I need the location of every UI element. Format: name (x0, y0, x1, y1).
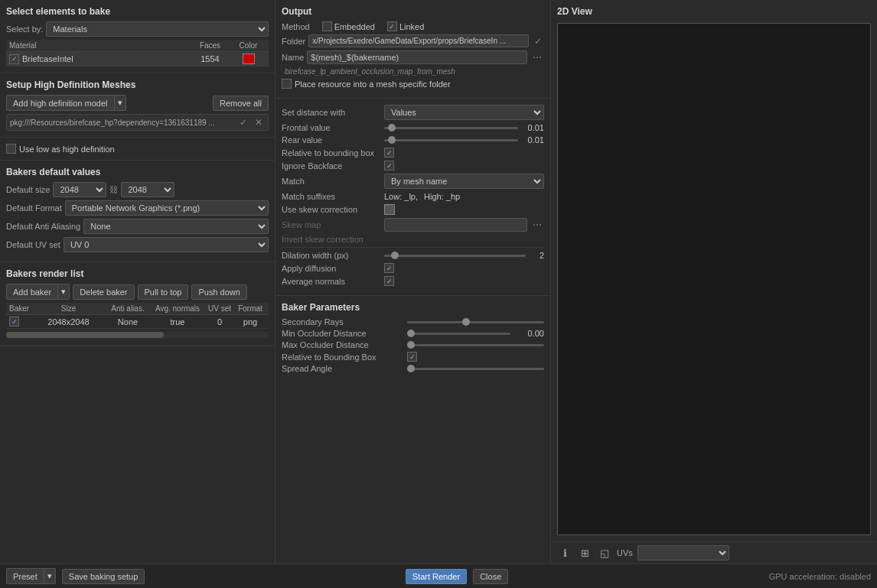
secondary-rays-row: Secondary Rays (282, 317, 544, 326)
material-name-cell: BriefcaseIntel (9, 54, 189, 64)
set-distance-row: Set distance with Values Cage (282, 105, 544, 120)
spread-angle-thumb[interactable] (407, 365, 415, 372)
default-uvset-select[interactable]: UV 0 (64, 237, 269, 252)
add-baker-button[interactable]: Add baker (6, 284, 58, 300)
set-distance-select[interactable]: Values Cage (384, 105, 544, 120)
spread-angle-track[interactable] (407, 368, 544, 370)
dilation-slider-thumb[interactable] (391, 252, 399, 259)
max-occluder-track[interactable] (407, 344, 544, 346)
col-color-header: Color (231, 41, 266, 50)
folder-browse-icon[interactable]: ✓ (532, 35, 544, 47)
folder-label: Folder (282, 37, 305, 46)
remove-all-button[interactable]: Remove all (213, 96, 269, 111)
bakers-render-title: Bakers render list (6, 268, 269, 279)
render-list-row[interactable]: 2048x2048 None true 0 png (6, 315, 269, 329)
save-baking-button[interactable]: Save baking setup (62, 569, 145, 584)
max-occluder-thumb[interactable] (407, 341, 415, 349)
default-format-select[interactable]: Portable Network Graphics (*.png) (65, 200, 269, 216)
apply-diffusion-checkbox[interactable] (384, 263, 394, 273)
default-size-select2[interactable]: 2048 (121, 182, 174, 197)
delete-baker-button[interactable]: Delete baker (73, 284, 134, 300)
render-list-scrollbar[interactable] (6, 332, 269, 338)
pull-to-top-button[interactable]: Pull to top (138, 284, 189, 300)
skew-map-browse[interactable]: ⋯ (530, 219, 544, 231)
default-size-select1[interactable]: 2048 (53, 182, 106, 197)
material-table-row[interactable]: BriefcaseIntel 1554 (6, 52, 269, 67)
bakers-render-buttons: Add baker ▾ Delete baker Pull to top Pus… (6, 284, 269, 300)
add-hd-btn-split: Add high definition model ▾ (6, 95, 126, 111)
rear-slider-wrap (384, 139, 518, 141)
hd-mesh-check-icon[interactable]: ✓ (237, 116, 249, 128)
add-hd-button[interactable]: Add high definition model (6, 95, 115, 111)
frame-icon[interactable]: ◱ (597, 545, 612, 560)
frontal-slider-thumb[interactable] (388, 124, 396, 132)
preset-button[interactable]: Preset (6, 568, 44, 584)
frontal-value-row: Frontal value 0.01 (282, 123, 544, 132)
place-resource-label: Place resource into a mesh specific fold… (295, 80, 451, 89)
set-distance-label: Set distance with (282, 108, 381, 117)
rear-value: 0.01 (521, 135, 544, 145)
min-occluder-label: Min Occluder Distance (282, 329, 404, 338)
rel-bb-checkbox[interactable] (384, 148, 394, 158)
skew-map-input[interactable] (384, 218, 527, 232)
add-hd-dropdown-arrow[interactable]: ▾ (115, 95, 126, 111)
linked-checkbox[interactable] (387, 21, 397, 31)
name-options-icon[interactable]: ⋯ (530, 51, 544, 63)
name-input[interactable] (307, 50, 527, 64)
setup-hd-title: Setup High Definition Meshes (6, 80, 269, 90)
use-skew-label: Use skew correction (282, 205, 381, 214)
add-baker-split: Add baker ▾ (6, 284, 70, 300)
select-by-label: Select by: (6, 24, 43, 34)
method-row: Method Embedded Linked (282, 21, 544, 31)
material-checkbox[interactable] (9, 54, 19, 64)
min-occluder-thumb[interactable] (407, 330, 415, 337)
middle-panel: Output Method Embedded Linked Folder x/P… (275, 0, 551, 564)
ignore-backface-checkbox[interactable] (384, 161, 394, 171)
uvs-select[interactable] (637, 545, 729, 560)
rear-slider-thumb[interactable] (388, 136, 396, 144)
default-uvset-label: Default UV set (6, 240, 60, 249)
start-render-button[interactable]: Start Render (406, 569, 467, 584)
bakers-default-section: Bakers default values Default size 2048 … (0, 161, 275, 262)
view-toolbar: ℹ ⊞ ◱ UVs (551, 541, 877, 564)
default-antialias-select[interactable]: None (83, 219, 269, 234)
use-low-checkbox[interactable] (6, 144, 16, 154)
spread-angle-slider (407, 368, 544, 370)
dilation-slider-track[interactable] (384, 255, 526, 257)
bp-rel-bb-checkbox[interactable] (407, 352, 417, 362)
info-icon[interactable]: ℹ (557, 545, 572, 560)
color-swatch[interactable] (243, 54, 255, 64)
frontal-slider-wrap (384, 127, 518, 129)
grid-icon[interactable]: ⊞ (577, 545, 592, 560)
frontal-slider-track[interactable] (384, 127, 518, 129)
baker-checkbox[interactable] (9, 317, 19, 326)
embedded-label: Embedded (334, 22, 375, 31)
min-occluder-track[interactable] (407, 333, 510, 335)
baker-check-cell (9, 317, 32, 326)
select-by-row: Select by: Materials (6, 21, 269, 37)
use-low-label: Use low as high definition (19, 145, 115, 154)
select-by-dropdown[interactable]: Materials (46, 21, 269, 37)
dilation-value: 2 (529, 251, 544, 260)
secondary-rays-track[interactable] (407, 321, 544, 323)
close-button[interactable]: Close (473, 569, 508, 584)
preset-dropdown-arrow[interactable]: ▾ (44, 568, 56, 584)
push-down-button[interactable]: Push down (191, 284, 246, 300)
secondary-rays-thumb[interactable] (462, 318, 470, 326)
folder-path: x/Projects/Exedre/GameData/Export/props/… (308, 34, 529, 47)
ignore-backface-label: Ignore Backface (282, 161, 381, 171)
apply-diffusion-row: Apply diffusion (282, 263, 544, 273)
col-antialias-header: Anti alias. (105, 304, 151, 313)
average-normals-checkbox[interactable] (384, 276, 394, 286)
hd-mesh-close-icon[interactable]: ✕ (253, 116, 265, 128)
embedded-checkbox[interactable] (322, 21, 332, 31)
frontal-value-label: Frontal value (282, 123, 381, 132)
match-select[interactable]: By mesh name Always Never (384, 174, 544, 189)
add-baker-dropdown[interactable]: ▾ (58, 284, 70, 300)
rear-slider-track[interactable] (384, 139, 518, 141)
average-normals-label: Average normals (282, 277, 381, 286)
place-resource-checkbox[interactable] (282, 79, 292, 89)
folder-row: Folder x/Projects/Exedre/GameData/Export… (282, 34, 544, 47)
output-section: Output Method Embedded Linked Folder x/P… (275, 0, 550, 99)
default-antialias-label: Default Anti Aliasing (6, 222, 80, 231)
